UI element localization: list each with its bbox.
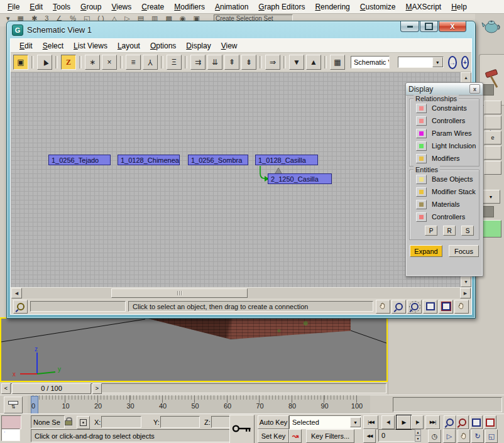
arc-rotate-button[interactable]: ↻ — [471, 429, 484, 443]
node-1-0256-sombra[interactable]: 1_0256_Sombra — [188, 155, 248, 165]
time-slider-next-button[interactable]: > — [92, 383, 102, 394]
toggle-materials-button[interactable] — [416, 200, 427, 209]
track-bar-ruler[interactable]: 0102030405060708090100 — [28, 395, 370, 414]
time-configuration-button[interactable]: ◷ — [428, 429, 441, 443]
panel-mini-button-4[interactable] — [484, 146, 501, 160]
zoom-extents-selected-button[interactable] — [439, 300, 453, 314]
prs-button-s[interactable]: S — [461, 226, 474, 236]
close-icon[interactable]: x — [469, 84, 480, 94]
node-1-0128-casilla[interactable]: 1_0128_Casilla — [255, 155, 318, 165]
field-of-view-button[interactable]: ▷ — [443, 429, 456, 443]
play-button[interactable]: ▶ — [397, 415, 411, 429]
pan-button[interactable] — [457, 429, 470, 443]
menu-modifiers[interactable]: Modifiers — [169, 1, 210, 13]
frame-spinner[interactable]: ▲▼ — [415, 429, 421, 442]
horizontal-scrollbar[interactable]: ◀ ▶ — [11, 287, 471, 298]
chevron-down-icon[interactable]: ▾ — [432, 57, 443, 67]
prs-button-p[interactable]: P — [425, 226, 437, 236]
expand-button[interactable]: Expand — [410, 245, 442, 257]
zoom-all-button[interactable] — [456, 415, 469, 429]
free-all-button[interactable]: ⇟ — [241, 55, 256, 70]
name-search-input[interactable] — [30, 301, 126, 312]
x-coordinate-field[interactable] — [101, 416, 141, 428]
panel-color-swatch-green[interactable] — [483, 220, 501, 238]
sv-menu-select[interactable]: Select — [38, 40, 68, 52]
toggle-modifier-stack-button[interactable] — [416, 187, 427, 197]
scroll-down-button[interactable]: ▼ — [461, 276, 471, 287]
menu-views[interactable]: Views — [106, 1, 136, 13]
view-name-field[interactable]: Schematic View 1 — [351, 56, 390, 68]
chevron-down-icon[interactable]: ▾ — [350, 417, 361, 427]
menu-rendering[interactable]: Rendering — [310, 1, 354, 13]
panel-dropdown-button[interactable]: ▾ — [481, 190, 500, 204]
always-arrange-button[interactable]: Ξ — [167, 55, 182, 70]
minimize-button[interactable] — [400, 21, 419, 32]
schematic-canvas[interactable]: 1_0256_Tejado1_0128_Chimenea1_0256_Sombr… — [11, 72, 460, 287]
sv-menu-view[interactable]: View — [216, 40, 243, 52]
node-1-0256-tejado[interactable]: 1_0256_Tejado — [48, 155, 111, 165]
panel-mini-button-5[interactable] — [484, 161, 501, 175]
select-button[interactable]: ▶ — [37, 55, 52, 70]
menu-file[interactable]: File — [3, 1, 25, 13]
set-key-button[interactable]: Set Key — [258, 429, 289, 443]
arrange-selected-button[interactable]: ⇊ — [207, 55, 222, 70]
toggle-constraints-button[interactable] — [416, 104, 427, 113]
zoom-button[interactable] — [444, 415, 456, 429]
sv-menu-edit[interactable]: Edit — [14, 40, 38, 52]
set-key-mode-button[interactable] — [229, 415, 255, 443]
bookmark-combo[interactable]: ▾ — [398, 57, 444, 68]
menu-customize[interactable]: Customize — [355, 1, 401, 13]
pan-tool-button[interactable]: + — [461, 56, 469, 69]
move-children-button[interactable]: ⇒ — [265, 55, 280, 70]
preferences-button[interactable]: ▦ — [330, 55, 345, 70]
maxscript-mini-listener-pink[interactable] — [1, 415, 21, 429]
menu-edit[interactable]: Edit — [25, 1, 48, 13]
zoom-button[interactable] — [392, 300, 406, 314]
zoom-extents-button[interactable] — [423, 300, 437, 314]
previous-frame-button[interactable]: ◀| — [381, 415, 395, 429]
selection-lock-icon[interactable] — [65, 418, 72, 425]
menu-group[interactable]: Group — [75, 1, 106, 13]
bookmark-next-button[interactable]: → — [448, 56, 457, 69]
key-filters-button[interactable]: Key Filters... — [306, 429, 354, 443]
hierarchy-mode-button[interactable]: ≡ — [126, 55, 141, 70]
mini-curve-editor-button[interactable]: ⇅ — [4, 397, 23, 413]
delete-objects-button[interactable]: × — [102, 55, 117, 70]
scroll-right-button[interactable]: ▶ — [460, 288, 471, 298]
display-floater[interactable]: Display x Relationships ConstraintsContr… — [405, 82, 483, 276]
sv-menu-options[interactable]: Options — [145, 40, 181, 52]
pan-to-selected-button[interactable] — [454, 300, 469, 314]
zoom-extents-button[interactable] — [470, 415, 483, 429]
maximize-viewport-toggle-button[interactable]: ◱ — [485, 429, 498, 443]
time-slider-prev-button[interactable]: < — [1, 383, 11, 394]
go-to-start-button[interactable]: |◀◀ — [363, 415, 378, 429]
menu-maxscript[interactable]: MAXScript — [401, 1, 447, 13]
time-slider[interactable]: < 0 / 100 > — [0, 382, 388, 395]
sv-menu-list-views[interactable]: List Views — [68, 40, 112, 52]
panel-mini-button-2[interactable] — [484, 116, 501, 129]
expand-selected-button[interactable]: ▼ — [289, 55, 304, 70]
unlink-selected-button[interactable]: ∗ — [85, 55, 100, 70]
scroll-left-button[interactable]: ◀ — [11, 288, 22, 298]
toggle-base-objects-button[interactable] — [416, 175, 427, 184]
time-slider-handle[interactable]: 0 / 100 — [12, 383, 91, 394]
panel-mini-button-3[interactable]: e — [484, 131, 501, 145]
maxscript-mini-listener-white[interactable]: · — [1, 429, 20, 441]
next-frame-button[interactable]: |▶ — [411, 415, 424, 429]
zoom-region-button[interactable] — [407, 300, 422, 314]
toggle-light-inclusion-button[interactable] — [416, 141, 427, 151]
menu-animation[interactable]: Animation — [210, 1, 253, 13]
y-coordinate-field[interactable] — [160, 416, 200, 428]
find-icon[interactable] — [13, 300, 28, 314]
auto-key-button[interactable]: Auto Key — [258, 415, 289, 429]
teapot-icon[interactable] — [481, 16, 501, 36]
sv-menu-layout[interactable]: Layout — [112, 40, 145, 52]
close-button[interactable]: X — [439, 21, 466, 32]
references-mode-button[interactable]: Y — [143, 55, 158, 70]
display-floater-button[interactable]: ▣ — [13, 55, 28, 70]
key-mode-toggle-button[interactable]: ◀◀ — [363, 429, 376, 443]
connect-button[interactable]: Z — [61, 55, 76, 70]
scrollbar-thumb[interactable] — [111, 288, 248, 298]
collapse-selected-button[interactable]: ▲ — [306, 55, 321, 70]
go-to-end-button[interactable]: ▶▶| — [425, 415, 440, 429]
